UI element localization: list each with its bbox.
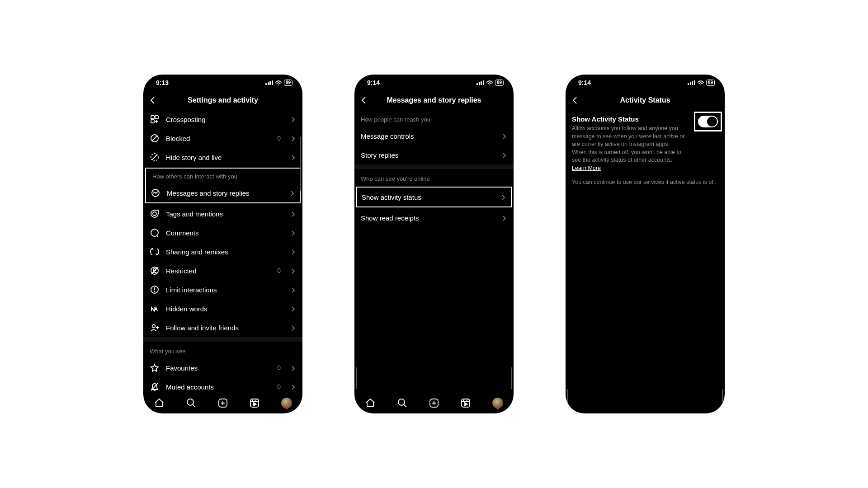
wifi-icon	[697, 80, 704, 85]
chevron-right-icon	[290, 384, 296, 390]
chevron-right-icon	[290, 116, 296, 122]
row-label: Crossposting	[166, 116, 283, 123]
cellular-icon	[265, 80, 273, 85]
row-label: Follow and invite friends	[166, 324, 283, 332]
row-message-controls[interactable]: Message controls	[354, 127, 514, 145]
activity-status-toggle[interactable]	[698, 116, 718, 127]
row-restricted[interactable]: Restricted 0	[143, 261, 302, 280]
status-bar: 9:13 89	[143, 75, 302, 91]
scrollbar[interactable]	[511, 367, 512, 389]
limit-icon	[150, 285, 160, 295]
bottom-nav	[143, 392, 302, 413]
activity-status-subtext: You can continue to use our services if …	[572, 178, 718, 187]
nav-reels-icon[interactable]	[460, 398, 471, 408]
row-limit-interactions[interactable]: Limit interactions	[143, 280, 302, 299]
status-time: 9:13	[156, 79, 169, 86]
chevron-right-icon	[290, 211, 296, 217]
avatar	[281, 398, 292, 408]
row-label: Show read receipts	[361, 214, 495, 222]
nav-home-icon[interactable]	[154, 398, 165, 408]
section-header-reach: How people can reach you	[354, 110, 514, 127]
status-bar: 9:14 89	[354, 75, 514, 91]
highlight-activity-status: Show activity status	[356, 187, 512, 207]
nav-search-icon[interactable]	[397, 398, 408, 408]
scrollbar[interactable]	[356, 367, 357, 389]
nav-profile[interactable]	[281, 398, 292, 408]
row-badge: 0	[277, 135, 281, 142]
chevron-right-icon	[290, 324, 296, 331]
chevron-right-icon	[500, 194, 506, 200]
nav-header: Settings and activity	[143, 91, 302, 110]
section-divider	[354, 164, 514, 169]
sharing-icon	[150, 247, 160, 257]
status-time: 9:14	[367, 79, 380, 86]
nav-create-icon[interactable]	[217, 398, 228, 408]
notification-dot-icon	[286, 408, 288, 409]
learn-more-link[interactable]: Learn More	[572, 165, 601, 171]
row-badge: 0	[277, 267, 281, 274]
blocked-icon	[150, 133, 160, 143]
content-area: Show Activity Status Allow accounts you …	[566, 110, 725, 413]
row-blocked[interactable]: Blocked 0	[143, 129, 302, 148]
row-label: Hidden words	[166, 305, 283, 313]
scrollbar[interactable]	[300, 137, 301, 191]
messenger-icon	[151, 188, 160, 198]
page-title: Activity Status	[566, 96, 725, 104]
chevron-right-icon	[290, 286, 296, 293]
row-label: Comments	[166, 229, 283, 237]
muted-icon	[150, 382, 160, 392]
content-area: Crossposting Blocked 0 Hide story and li…	[143, 110, 302, 392]
row-label: Blocked	[166, 135, 271, 142]
nav-reels-icon[interactable]	[249, 398, 260, 408]
row-messages-story-replies[interactable]: Messages and story replies	[146, 183, 300, 202]
row-crossposting[interactable]: Crossposting	[143, 110, 302, 129]
nav-home-icon[interactable]	[365, 398, 376, 408]
wifi-icon	[275, 80, 282, 85]
phone-activity-status: 9:14 89 Activity Status Show Activity St…	[566, 75, 725, 413]
nav-header: Messages and story replies	[354, 91, 514, 110]
wifi-icon	[486, 80, 493, 85]
row-comments[interactable]: Comments	[143, 223, 302, 242]
activity-status-body: Show Activity Status Allow accounts you …	[566, 110, 725, 187]
row-tags-mentions[interactable]: Tags and mentions	[143, 204, 302, 223]
bottom-nav	[354, 392, 514, 413]
status-indicators: 89	[476, 80, 504, 86]
row-hidden-words[interactable]: Hidden words	[143, 299, 302, 318]
section-header-interact: How others can interact with you	[146, 169, 300, 183]
row-badge: 0	[277, 383, 281, 390]
nav-create-icon[interactable]	[429, 398, 439, 408]
chevron-right-icon	[501, 215, 507, 221]
nav-profile[interactable]	[492, 398, 503, 408]
section-divider	[143, 337, 302, 342]
row-label: Tags and mentions	[166, 210, 283, 218]
page-title: Settings and activity	[143, 96, 302, 104]
scrollbar[interactable]	[722, 389, 723, 411]
row-label: Story replies	[361, 151, 495, 159]
row-sharing-remixes[interactable]: Sharing and remixes	[143, 242, 302, 261]
row-favourites[interactable]: Favourites 0	[143, 358, 302, 377]
row-hide-story[interactable]: Hide story and live	[143, 148, 302, 167]
row-label: Show activity status	[362, 193, 494, 201]
row-follow-invite[interactable]: Follow and invite friends	[143, 318, 302, 337]
section-header-online: Who can see you're online	[354, 169, 514, 186]
phone-messages: 9:14 89 Messages and story replies How p…	[354, 75, 514, 413]
status-indicators: 89	[688, 80, 715, 86]
chevron-right-icon	[289, 190, 295, 196]
chevron-right-icon	[501, 152, 507, 158]
page-title: Messages and story replies	[354, 96, 514, 104]
at-icon	[150, 209, 160, 219]
row-story-replies[interactable]: Story replies	[354, 145, 514, 164]
row-label: Sharing and remixes	[166, 248, 283, 256]
phone-settings: 9:13 89 Settings and activity Crossposti…	[143, 75, 302, 413]
toggle-knob	[707, 117, 717, 127]
row-label: Messages and story replies	[167, 189, 283, 197]
chevron-right-icon	[290, 305, 296, 312]
scrollbar[interactable]	[567, 389, 568, 411]
nav-search-icon[interactable]	[186, 398, 197, 408]
row-show-read-receipts[interactable]: Show read receipts	[354, 208, 514, 227]
row-muted-accounts[interactable]: Muted accounts 0	[143, 377, 302, 392]
comments-icon	[150, 228, 160, 238]
section-header-see: What you see	[143, 342, 302, 358]
row-show-activity-status[interactable]: Show activity status	[357, 188, 511, 206]
hidden-words-icon	[150, 304, 160, 314]
